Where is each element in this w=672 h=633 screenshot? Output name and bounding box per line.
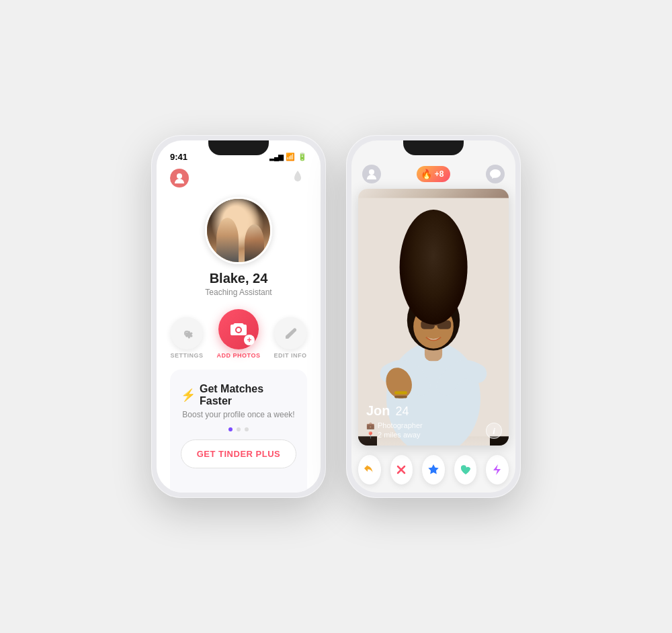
card-distance-row: 📍 2 miles away bbox=[366, 431, 501, 439]
add-photos-label: ADD PHOTOS bbox=[217, 352, 261, 359]
card-name: Jon bbox=[366, 403, 390, 419]
notch-right bbox=[403, 140, 464, 155]
svg-rect-12 bbox=[394, 391, 407, 394]
undo-button[interactable] bbox=[358, 455, 381, 484]
profile-content: Blake, 24 Teaching Assistant SETTINGS bbox=[157, 192, 321, 493]
svg-rect-13 bbox=[394, 396, 407, 398]
dot-1 bbox=[228, 427, 233, 431]
flame-badge-icon: 🔥 bbox=[421, 169, 432, 179]
wifi-icon: 📶 bbox=[286, 153, 295, 161]
svg-point-0 bbox=[177, 173, 182, 179]
profile-nav bbox=[157, 166, 321, 192]
status-time: 9:41 bbox=[170, 152, 187, 162]
profile-icon[interactable] bbox=[170, 169, 189, 187]
swipe-card[interactable]: Jon 24 💼 Photographer 📍 2 miles away bbox=[358, 189, 509, 446]
edit-info-label: EDIT INFO bbox=[274, 352, 306, 359]
profile-job: Teaching Assistant bbox=[205, 288, 271, 297]
add-photos-button[interactable]: ADD PHOTOS bbox=[217, 309, 261, 359]
card-job-text: Photographer bbox=[378, 421, 423, 429]
avatar-photo bbox=[207, 199, 270, 262]
swipe-nav: 🔥 +8 bbox=[351, 161, 515, 186]
edit-info-circle bbox=[274, 317, 306, 349]
svg-rect-8 bbox=[421, 321, 435, 329]
job-icon: 💼 bbox=[366, 422, 374, 429]
nav-chat-icon[interactable] bbox=[486, 165, 505, 183]
swipe-phone: 🔥 +8 bbox=[346, 135, 521, 498]
tinder-logo-badge[interactable]: 🔥 +8 bbox=[417, 166, 451, 182]
settings-label: SETTINGS bbox=[171, 352, 204, 359]
add-photos-circle bbox=[218, 309, 259, 349]
card-age: 24 bbox=[396, 405, 409, 419]
profile-name: Blake, 24 bbox=[210, 271, 268, 286]
swipe-actions bbox=[351, 450, 515, 493]
boost-section: ⚡ Get Matches Faster Boost your profile … bbox=[170, 370, 307, 493]
notch bbox=[208, 140, 269, 155]
settings-circle bbox=[171, 317, 203, 349]
phones-container: 9:41 ▂▄▆ 📶 🔋 bbox=[151, 135, 521, 498]
svg-point-1 bbox=[369, 169, 374, 175]
info-button[interactable]: i bbox=[486, 423, 502, 439]
boost-title-text: Get Matches Faster bbox=[200, 383, 296, 407]
flame-icon[interactable] bbox=[288, 169, 307, 187]
boost-title: ⚡ Get Matches Faster bbox=[181, 383, 296, 407]
card-info: Jon 24 💼 Photographer 📍 2 miles away bbox=[366, 403, 501, 439]
dot-2 bbox=[237, 427, 241, 431]
action-buttons: SETTINGS ADD PHOTOS bbox=[171, 309, 307, 359]
signal-icon: ▂▄▆ bbox=[269, 153, 283, 161]
location-icon: 📍 bbox=[366, 431, 374, 439]
info-icon: i bbox=[493, 426, 495, 436]
like-button[interactable] bbox=[454, 455, 477, 484]
boost-lightning-icon: ⚡ bbox=[181, 388, 196, 403]
settings-button[interactable]: SETTINGS bbox=[171, 317, 204, 359]
card-name-age: Jon 24 bbox=[366, 403, 501, 419]
boost-subtitle: Boost your profile once a week! bbox=[182, 410, 294, 419]
status-icons: ▂▄▆ 📶 🔋 bbox=[269, 153, 307, 161]
nope-button[interactable] bbox=[390, 455, 413, 484]
card-job-row: 💼 Photographer bbox=[366, 421, 501, 429]
get-tinder-plus-button[interactable]: GET TINDER PLUS bbox=[181, 439, 296, 468]
edit-info-button[interactable]: EDIT INFO bbox=[274, 317, 306, 359]
svg-rect-9 bbox=[437, 321, 452, 329]
card-distance-text: 2 miles away bbox=[378, 431, 421, 439]
match-count-badge: +8 bbox=[435, 169, 444, 179]
pagination-dots bbox=[228, 427, 249, 431]
profile-phone: 9:41 ▂▄▆ 📶 🔋 bbox=[151, 135, 326, 498]
card-details: 💼 Photographer 📍 2 miles away bbox=[366, 421, 501, 439]
boost-button[interactable] bbox=[486, 455, 509, 484]
avatar[interactable] bbox=[205, 197, 272, 264]
super-like-button[interactable] bbox=[422, 455, 445, 484]
battery-icon: 🔋 bbox=[298, 153, 307, 161]
nav-person-icon[interactable] bbox=[362, 165, 381, 183]
dot-3 bbox=[245, 427, 249, 431]
